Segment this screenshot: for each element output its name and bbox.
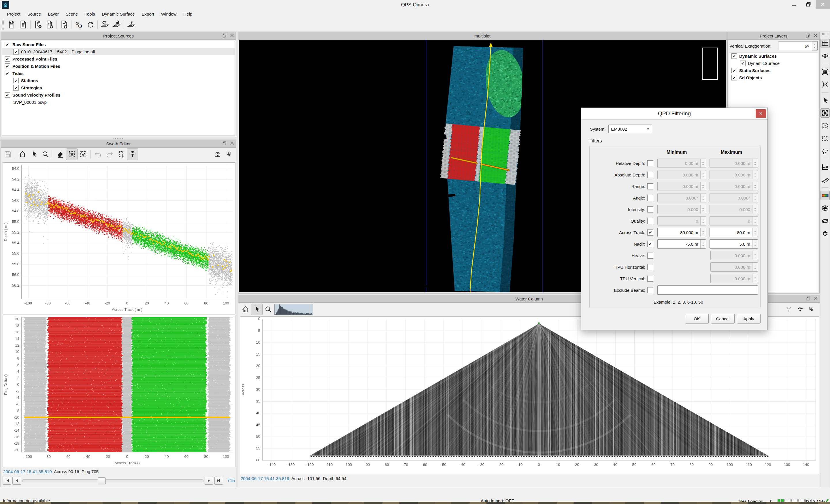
- exclude-beams-input[interactable]: [658, 285, 758, 295]
- filter-checkbox[interactable]: [647, 218, 653, 224]
- filter-checkbox[interactable]: [647, 207, 653, 213]
- water-column-plot[interactable]: [240, 316, 819, 475]
- float-panel-icon[interactable]: [222, 141, 227, 146]
- panel-menu-icon[interactable]: [806, 304, 818, 315]
- toolbar-grip[interactable]: [2, 20, 4, 29]
- source-item[interactable]: ✔Sound Velocity Profiles: [2, 91, 234, 99]
- open-project-icon[interactable]: [17, 19, 29, 30]
- gears-icon[interactable]: ⚙⚙: [73, 19, 85, 30]
- last-ping-button[interactable]: [215, 477, 223, 485]
- filter-checkbox[interactable]: ✔: [647, 229, 653, 235]
- filter-checkbox[interactable]: [647, 160, 653, 166]
- lasso-select-icon[interactable]: [821, 147, 830, 156]
- cursor-icon[interactable]: [28, 149, 40, 160]
- checkbox[interactable]: ✔: [731, 53, 737, 59]
- float-panel-icon[interactable]: [806, 296, 811, 301]
- layer-item[interactable]: ✔Sd Objects: [729, 74, 818, 81]
- close-button[interactable]: [816, 0, 830, 9]
- zoom-icon[interactable]: [262, 304, 274, 315]
- grid-view-icon[interactable]: [821, 39, 830, 48]
- surface-pin-icon[interactable]: [125, 19, 137, 30]
- eraser-icon[interactable]: [55, 149, 66, 160]
- filter-checkbox[interactable]: [647, 264, 653, 270]
- filter-value-field[interactable]: -5.0 m▲▼: [658, 239, 706, 249]
- first-ping-button[interactable]: [3, 477, 11, 485]
- surface-rotate-icon[interactable]: [99, 19, 111, 30]
- checkbox[interactable]: ✔: [5, 42, 10, 47]
- histogram-widget[interactable]: [274, 304, 313, 315]
- filter-value-field[interactable]: -80.000 m▲▼: [658, 228, 706, 237]
- source-item[interactable]: ✔Processed Point Files: [2, 55, 234, 63]
- source-item[interactable]: ✔Raw Sonar Files: [2, 41, 234, 48]
- apply-button[interactable]: Apply: [737, 314, 761, 323]
- reject-points-icon[interactable]: [66, 149, 77, 160]
- water-column-canvas[interactable]: [241, 317, 819, 475]
- checkbox[interactable]: ✔: [13, 78, 19, 83]
- swath-depth-plot[interactable]: [3, 162, 235, 314]
- menu-tools[interactable]: Tools: [81, 11, 98, 17]
- toolbar-grip[interactable]: [822, 33, 828, 35]
- spinner-buttons[interactable]: ▲▼: [752, 228, 758, 237]
- home-icon[interactable]: [17, 149, 28, 160]
- filter-checkbox[interactable]: [647, 195, 653, 201]
- spinner-buttons[interactable]: ▲▼: [700, 240, 706, 248]
- vertical-exaggeration-field[interactable]: 6×: [778, 41, 812, 50]
- add-raw-sonar-icon[interactable]: [32, 19, 43, 30]
- checkbox[interactable]: ✔: [5, 63, 10, 69]
- grid-3d-icon[interactable]: [821, 203, 830, 213]
- add-svp-icon[interactable]: [58, 19, 70, 30]
- select-rect-cursor-icon[interactable]: [821, 108, 830, 118]
- menu-dynamic-surface[interactable]: Dynamic Surface: [98, 11, 138, 17]
- menu-help[interactable]: Help: [180, 11, 196, 17]
- swath-depth-canvas[interactable]: [3, 163, 235, 314]
- float-panel-icon[interactable]: [805, 33, 810, 38]
- filter-checkbox[interactable]: [647, 172, 653, 178]
- source-item[interactable]: ✔0010_20040617_154021_Pingeline.all: [2, 48, 234, 55]
- panel-splitter[interactable]: [0, 137, 236, 139]
- vertical-exaggeration-spinner[interactable]: ▲▼: [812, 41, 818, 51]
- cube-nodes-icon[interactable]: [821, 229, 830, 238]
- source-item[interactable]: ✔Strategies: [2, 84, 234, 91]
- prev-ping-button[interactable]: [12, 477, 21, 485]
- layer-item[interactable]: ✔Dynamic Surfaces: [729, 53, 818, 60]
- source-item[interactable]: ✔Tides: [2, 70, 234, 77]
- sonar-view-icon[interactable]: [795, 304, 806, 315]
- source-item[interactable]: ✔Stations: [2, 77, 234, 84]
- filter-value-field[interactable]: 5.0 m▲▼: [709, 239, 758, 249]
- spinner-buttons[interactable]: ▲▼: [700, 228, 706, 237]
- cancel-button[interactable]: Cancel: [711, 314, 735, 323]
- layer-item[interactable]: ✔DynamicSurface: [729, 60, 818, 67]
- source-item[interactable]: SVP_00001.bsvp: [2, 99, 234, 106]
- reprocess-icon[interactable]: [85, 19, 96, 30]
- panel-menu-icon[interactable]: [223, 149, 235, 160]
- swath-pingdelta-canvas[interactable]: [3, 315, 235, 467]
- close-panel-icon[interactable]: [813, 33, 818, 38]
- ping-slider[interactable]: [22, 477, 203, 484]
- spinner-buttons[interactable]: ▲▼: [752, 240, 758, 248]
- filter-checkbox[interactable]: [647, 276, 653, 282]
- checkbox[interactable]: ✔: [5, 71, 10, 76]
- filter-checkbox[interactable]: [647, 253, 653, 259]
- checkbox[interactable]: ✔: [731, 68, 737, 73]
- close-panel-icon[interactable]: [229, 141, 234, 146]
- menu-scene[interactable]: Scene: [62, 11, 82, 17]
- ping-slider-handle[interactable]: [98, 477, 106, 484]
- menu-export[interactable]: Export: [138, 11, 158, 17]
- checkbox[interactable]: ✔: [13, 49, 19, 55]
- menu-project[interactable]: Project: [3, 11, 24, 17]
- menu-source[interactable]: Source: [24, 11, 45, 17]
- filter-checkbox[interactable]: ✔: [647, 241, 653, 247]
- surface-layer-icon[interactable]: [821, 51, 830, 61]
- menu-layer[interactable]: Layer: [44, 11, 62, 17]
- polygon-select-icon[interactable]: [821, 134, 830, 143]
- sonar-settings-icon[interactable]: [212, 149, 223, 160]
- surface-lock-icon[interactable]: [111, 19, 122, 30]
- checkbox[interactable]: ✔: [731, 75, 737, 81]
- minimize-button[interactable]: [787, 0, 801, 9]
- colorbar-icon[interactable]: [821, 191, 830, 200]
- zoom-icon[interactable]: [40, 149, 51, 160]
- marquee-select-icon[interactable]: [821, 121, 830, 130]
- accept-points-icon[interactable]: [77, 149, 89, 160]
- zoom-extent-cube-icon[interactable]: [821, 80, 830, 89]
- profile-chart-icon[interactable]: [821, 162, 830, 171]
